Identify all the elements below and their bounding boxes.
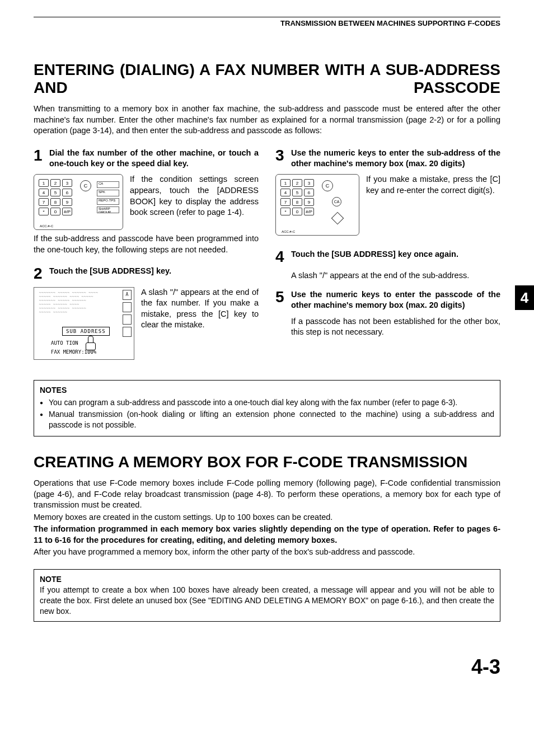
note-box-2: NOTE If you attempt to create a box when… (34, 569, 500, 622)
touchscreen-figure: ~~~~~~~ ~~~~~ ~~~~~~ ~~~~~~~~~ ~~~~~~ ~~… (34, 287, 134, 360)
key: 3 (62, 179, 72, 187)
key: 0 (50, 208, 60, 215)
key: 9 (304, 198, 314, 206)
two-column-steps: 1 Dial the fax number of the other machi… (34, 148, 500, 363)
key: 3 (304, 179, 314, 187)
key: #/P (304, 208, 314, 215)
step-1-body-after: If the sub-address and passcode have bee… (34, 233, 259, 255)
step-number: 3 (275, 148, 291, 169)
key: 9 (62, 198, 72, 206)
intro-paragraph: When transmitting to a memory box in ano… (34, 104, 500, 137)
page-number: 4-3 (34, 655, 500, 679)
key: 5 (50, 189, 60, 196)
keypad-keys: 1 2 3 4 5 6 7 8 9 * 0 #/P (39, 179, 72, 215)
note-item: You can program a sub-address and passco… (40, 397, 494, 408)
key: 6 (304, 189, 314, 196)
running-header: TRANSMISSION BETWEEN MACHINES SUPPORTING… (34, 19, 500, 27)
heading-1: ENTERING (DIALING) A FAX NUMBER WITH A S… (34, 61, 500, 97)
step-1-body-right: If the condition settings screen appears… (130, 174, 259, 230)
key: 6 (62, 189, 72, 196)
step-title: Dial the fax number of the other machine… (49, 148, 259, 169)
side-btn (123, 302, 132, 312)
key: 8 (50, 198, 60, 206)
key: 5 (292, 189, 302, 196)
key: 2 (50, 179, 60, 187)
step-2-body: A slash "/" appears at the end of the fa… (141, 287, 259, 360)
step-3: 3 Use the numeric keys to enter the sub-… (275, 148, 500, 169)
step-3-row: 1 2 3 4 5 6 7 8 9 * 0 #/P C CA ACC.#-C (275, 174, 500, 236)
acc-label: ACC.#-C (282, 230, 295, 233)
side-btn (123, 327, 132, 337)
chapter-tab: 4 (515, 285, 534, 310)
step-5-body: If a passcode has not been established f… (291, 316, 500, 338)
heading-2: CREATING A MEMORY BOX FOR F-CODE TRANSMI… (34, 453, 500, 471)
step-5: 5 Use the numeric keys to enter the pass… (275, 289, 500, 311)
section2-p1: Operations that use F-Code memory boxes … (34, 478, 500, 511)
strip: REPO.TPS (97, 198, 119, 205)
key: 7 (39, 198, 49, 206)
strip: SHARP GROUP (97, 206, 119, 213)
step-4-body: A slash "/" appears at the end of the su… (291, 270, 500, 281)
step-2: 2 Touch the [SUB ADDRESS] key. (34, 266, 259, 281)
key: 7 (280, 198, 291, 206)
step-title: Touch the [SUB ADDRESS] key. (49, 266, 171, 281)
key: 8 (292, 198, 302, 206)
key: #/P (62, 208, 72, 215)
acc-label: ACC.#-C (40, 224, 53, 228)
step-4: 4 Touch the [SUB ADDRESS] key once again… (275, 249, 500, 265)
step-title: Touch the [SUB ADDRESS] key once again. (291, 249, 458, 265)
right-column: 3 Use the numeric keys to enter the sub-… (275, 148, 500, 363)
note-item: Manual transmission (on-hook dialing or … (40, 409, 494, 430)
key: 2 (292, 179, 302, 187)
step-1-row: 1 2 3 4 5 6 7 8 9 * 0 #/P C CA SPK (34, 174, 259, 230)
step-title: Use the numeric keys to enter the sub-ad… (291, 148, 500, 169)
note-title: NOTE (40, 575, 62, 584)
c-key-icon: C (80, 180, 91, 191)
section2-p4: After you have programmed a memory box, … (34, 547, 500, 558)
step-1: 1 Dial the fax number of the other machi… (34, 148, 259, 169)
step-number: 5 (275, 289, 291, 311)
side-buttons: A (123, 290, 132, 357)
side-btn (123, 314, 132, 325)
step-number: 1 (34, 148, 49, 169)
auto-label: AUTO TION (51, 340, 78, 346)
sub-address-button: SUB ADDRESS (62, 327, 110, 336)
notes-list: You can program a sub-address and passco… (40, 397, 494, 430)
scribble-placeholder: ~~~~~~~ ~~~~~ ~~~~~~ ~~~~~~~~~ ~~~~~~ ~~… (39, 291, 117, 325)
keypad-figure-2: 1 2 3 4 5 6 7 8 9 * 0 #/P C CA ACC.#-C (275, 174, 359, 236)
keypad-figure-1: 1 2 3 4 5 6 7 8 9 * 0 #/P C CA SPK (34, 174, 123, 230)
c-key-icon: C (322, 180, 333, 191)
header-rule (34, 17, 500, 17)
step-title: Use the numeric keys to enter the passco… (291, 289, 500, 311)
memory-label: FAX MEMORY:100% (51, 349, 96, 355)
strip: SPK (97, 190, 119, 196)
side-strips: CA SPK REPO.TPS SHARP GROUP (97, 181, 119, 215)
key: * (39, 208, 49, 215)
key: 4 (280, 189, 291, 196)
step-3-body: If you make a mistake, press the [C] key… (366, 174, 500, 236)
key: 1 (39, 179, 49, 187)
ca-key-icon: CA (332, 197, 341, 206)
step-number: 4 (275, 249, 291, 265)
notes-box-1: NOTES You can program a sub-address and … (34, 380, 500, 437)
side-btn: A (123, 290, 132, 300)
step-2-row: ~~~~~~~ ~~~~~ ~~~~~~ ~~~~~~~~~ ~~~~~~ ~~… (34, 287, 259, 360)
strip: CA (97, 181, 119, 188)
key: 4 (39, 189, 49, 196)
keypad-keys: 1 2 3 4 5 6 7 8 9 * 0 #/P (280, 179, 314, 215)
notes-title: NOTES (40, 385, 494, 396)
section2-p2: Memory boxes are created in the custom s… (34, 512, 500, 523)
step-number: 2 (34, 266, 49, 281)
section2-p3-bold: The information programmed in each memor… (34, 524, 500, 546)
diamond-key-icon (331, 212, 344, 225)
key: 0 (292, 208, 302, 215)
key: 1 (280, 179, 291, 187)
note-body: If you attempt to create a box when 100 … (40, 585, 494, 616)
key: * (280, 208, 291, 215)
left-column: 1 Dial the fax number of the other machi… (34, 148, 259, 363)
